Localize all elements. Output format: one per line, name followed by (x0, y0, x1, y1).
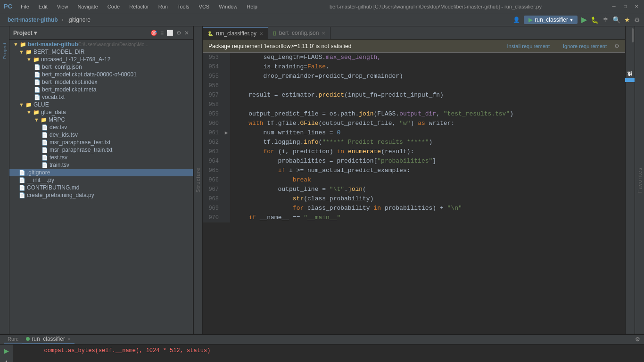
run-config-dropdown[interactable]: ▶ run_classifier ▾ (524, 16, 578, 24)
line-content-964: probabilities = prediction["probabilitie… (230, 156, 625, 166)
tree-uncased[interactable]: ▼ 📁 uncased_L-12_H-768_A-12 (9, 56, 193, 63)
line-gutter-963 (223, 147, 230, 156)
install-requirement-button[interactable]: Install requirement (504, 42, 554, 50)
maximize-button[interactable]: □ (621, 3, 629, 10)
tree-train-tsv[interactable]: 📄 train.tsv (9, 161, 193, 169)
run-left-controls: ▶ ▲ ▼ ⏹ ↺ 📌 ⚙ ✕ (0, 345, 13, 362)
tab-bert-config[interactable]: {} bert_config.json ✕ (268, 27, 330, 39)
bert-model-meta-label: bert_model.ckpt.meta (42, 86, 96, 93)
bert-config-label: bert_config.json (42, 64, 82, 70)
tree-root[interactable]: ▼ 📁 bert-master-github C:\Users\wangruli… (9, 41, 193, 48)
txt-file-icon: 📄 (34, 94, 41, 100)
menu-run[interactable]: Run (155, 3, 172, 10)
line-gutter-964 (223, 156, 230, 166)
line-number-955: 955 (203, 72, 223, 81)
line-number-957: 957 (203, 90, 223, 100)
folder-open-icon-2: ▼ 📁 (26, 57, 40, 63)
line-content-956 (230, 81, 625, 90)
run-classifier-tab[interactable]: run_classifier ✕ (22, 335, 74, 344)
txt-icon-1: 📄 (41, 140, 48, 146)
create-pretraining-label: create_pretraining_data.py (27, 192, 94, 198)
menu-help[interactable]: Help (243, 3, 261, 10)
close-button[interactable]: ✕ (633, 3, 640, 10)
code-line-961: 961 ▶ num_written_lines = 0 (203, 128, 625, 138)
close-panel-icon[interactable]: ✕ (184, 30, 189, 36)
run-scroll-up[interactable]: ▲ (2, 357, 10, 362)
menu-window[interactable]: Window (215, 3, 241, 10)
search-button[interactable]: 🔍 (612, 16, 620, 24)
tree-create-pretraining[interactable]: 📄 create_pretraining_data.py (9, 191, 193, 199)
tree-test-tsv[interactable]: 📄 test.tsv (9, 154, 193, 161)
file-icon-2: 📄 (34, 79, 41, 85)
line-content-966: break (230, 175, 625, 185)
line-content-969: for class_probability in probabilities) … (230, 204, 625, 213)
tree-init-py[interactable]: 📄 __init__.py (9, 176, 193, 184)
locate-icon[interactable]: 🎯 (150, 30, 157, 36)
line-number-956: 956 (203, 81, 223, 90)
settings-icon[interactable]: ⚙ (176, 30, 182, 36)
line-gutter-959 (223, 109, 230, 119)
favorites-sidebar[interactable]: Favorites (635, 26, 644, 334)
menu-bar: File Edit View Navigate Code Refactor Ru… (17, 3, 261, 10)
tree-bert-model-data[interactable]: 📄 bert_model.ckpt.data-00000-of-00001 (9, 71, 193, 78)
line-content-961: num_written_lines = 0 (230, 128, 625, 138)
tree-glue-data[interactable]: ▼ 📁 glue_data (9, 108, 193, 116)
msr-train-label: msr_paraphrase_train.txt (50, 147, 112, 153)
line-gutter-965 (223, 166, 230, 175)
line-gutter-960 (223, 119, 230, 128)
bert-model-index-label: bert_model.ckpt.index (42, 79, 97, 85)
tree-mrpc[interactable]: ▼ 📁 MRPC (9, 116, 193, 123)
code-line-963: 963 for (i, prediction) in enumerate(res… (203, 147, 625, 156)
menu-code[interactable]: Code (104, 3, 124, 10)
menu-navigate[interactable]: Navigate (74, 3, 101, 10)
tree-bert-model-meta[interactable]: 📄 bert_model.ckpt.meta (9, 86, 193, 93)
run-config-arrow: ▾ (570, 16, 573, 23)
run-settings-icon[interactable]: ⚙ (635, 336, 640, 343)
project-header: Project ▾ 🎯 ≡ ⬜ ⚙ ✕ (9, 26, 193, 40)
tree-msr-test[interactable]: 📄 msr_paraphrase_test.txt (9, 139, 193, 146)
run-panel: Run: run_classifier ✕ ⚙ ▶ ▲ ▼ ⏹ ↺ 📌 ⚙ ✕ … (0, 334, 644, 362)
expand-icon[interactable]: ⬜ (166, 30, 173, 36)
coverage-button[interactable]: ☂ (603, 16, 609, 24)
upload-badge[interactable]: 拖拽上传 (625, 78, 635, 82)
run-play-control[interactable]: ▶ (3, 346, 10, 355)
tree-bert-model-dir[interactable]: ▼ 📁 BERT_MODEL_DIR (9, 48, 193, 56)
minimize-button[interactable]: ─ (610, 3, 618, 10)
structure-sidebar[interactable]: Structure (193, 26, 203, 334)
debug-button[interactable]: 🐛 (591, 16, 599, 24)
project-breadcrumb[interactable]: bert-master-github › .gitignore (4, 16, 94, 24)
tree-bert-config[interactable]: 📄 bert_config.json (9, 63, 193, 71)
tree-msr-train[interactable]: 📄 msr_paraphrase_train.txt (9, 146, 193, 154)
tree-bert-model-index[interactable]: 📄 bert_model.ckpt.index (9, 78, 193, 86)
run-tab-close[interactable]: ✕ (67, 337, 71, 342)
run-play-button[interactable]: ▶ (581, 15, 587, 24)
collapse-icon[interactable]: ≡ (160, 30, 164, 36)
menu-file[interactable]: File (17, 3, 33, 10)
breadcrumb-file: .gitignore (67, 16, 91, 23)
folder-icon-gluedata: ▼ 📁 (26, 109, 40, 115)
tab-close-run-classifier[interactable]: ✕ (259, 31, 263, 36)
tree-vocab[interactable]: 📄 vocab.txt (9, 93, 193, 101)
project-strip-label[interactable]: Project (2, 42, 7, 59)
ignore-requirement-button[interactable]: Ignore requirement (559, 42, 611, 50)
tree-dev-tsv[interactable]: 📄 dev.tsv (9, 123, 193, 131)
menu-view[interactable]: View (53, 3, 72, 10)
menu-edit[interactable]: Edit (35, 3, 51, 10)
code-editor[interactable]: 953 seq_length=FLAGS.max_seq_length, 954… (203, 53, 625, 334)
settings-button[interactable]: ⚙ (634, 16, 640, 24)
notification-settings-icon[interactable]: ⚙ (614, 43, 619, 49)
root-path: C:\Users\wangrulin\Desktop\Mo... (78, 42, 149, 47)
tree-contributing[interactable]: 📄 CONTRIBUTING.md (9, 184, 193, 191)
tree-gitignore[interactable]: 📄 .gitignore (9, 169, 193, 176)
tab-run-classifier[interactable]: 🐍 run_classifier.py ✕ (203, 27, 268, 39)
bookmark-button[interactable]: ★ (624, 16, 630, 24)
menu-vcs[interactable]: VCS (195, 3, 214, 10)
tab-close-bert-config[interactable]: ✕ (322, 31, 325, 36)
tree-dev-ids-tsv[interactable]: 📄 dev_ids.tsv (9, 131, 193, 139)
menu-refactor[interactable]: Refactor (125, 3, 153, 10)
code-line-962: 962 tf.logging.info("***** Predict resul… (203, 138, 625, 147)
menu-tools[interactable]: Tools (173, 3, 193, 10)
tree-glue[interactable]: ▼ 📁 GLUE (9, 101, 193, 108)
folder-icon-mrpc: ▼ 📁 (34, 117, 47, 123)
dev-ids-label: dev_ids.tsv (50, 132, 78, 138)
